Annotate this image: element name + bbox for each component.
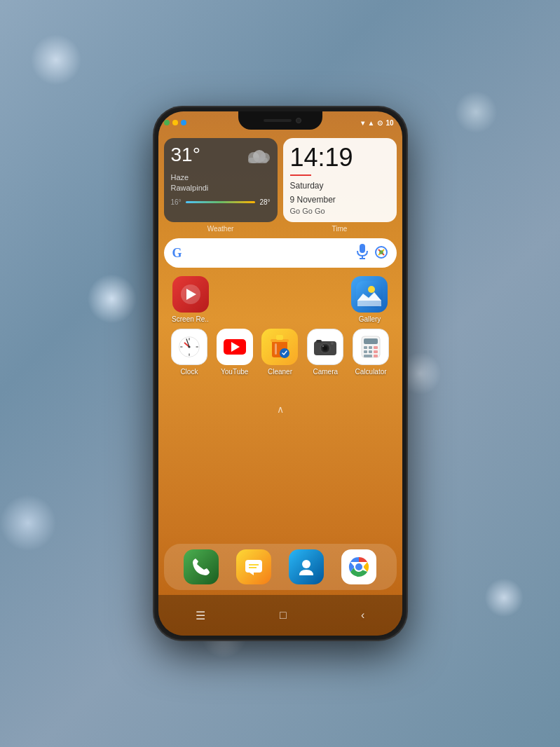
time-widget[interactable]: 14:19 Saturday 9 November Go Go Go — [283, 138, 397, 222]
app-drawer-handle[interactable]: ∧ — [164, 404, 397, 415]
google-search-bar[interactable]: G — [164, 238, 397, 268]
weather-label: Weather — [164, 225, 278, 233]
svg-point-47 — [302, 560, 310, 568]
microphone-icon[interactable] — [356, 244, 369, 262]
camera-label: Camera — [313, 368, 338, 376]
weather-temp: 31° — [171, 145, 200, 165]
app-screen-recorder[interactable]: Screen Re.. — [170, 276, 212, 323]
status-dot-yellow — [172, 120, 178, 125]
weather-location: Haze Rawalpindi — [171, 172, 271, 194]
svg-rect-27 — [316, 340, 322, 343]
svg-rect-35 — [364, 346, 367, 349]
data-icon: ⊙ — [377, 119, 383, 127]
svg-point-32 — [331, 342, 334, 345]
messages-icon — [236, 549, 271, 584]
svg-rect-34 — [364, 338, 378, 344]
svg-rect-41 — [364, 355, 372, 357]
svg-rect-24 — [275, 343, 277, 355]
time-accent — [290, 174, 311, 176]
app-calculator[interactable]: Calculator — [350, 329, 392, 376]
nav-menu-button[interactable]: ☰ — [190, 603, 211, 628]
svg-rect-39 — [369, 350, 372, 353]
navigation-bar: ☰ □ ‹ — [158, 595, 402, 636]
svg-rect-4 — [360, 244, 365, 253]
temp-high: 28° — [259, 198, 270, 206]
app-camera[interactable]: Camera — [304, 329, 346, 376]
svg-point-19 — [188, 345, 190, 348]
app-gallery[interactable]: Gallery — [348, 276, 390, 323]
rec-dot — [186, 289, 196, 300]
weather-range: 16° 28° — [171, 198, 271, 206]
notch — [238, 111, 322, 130]
weather-widget-container: 31° — [164, 138, 278, 233]
weather-top: 31° — [171, 145, 271, 170]
dock — [164, 544, 397, 590]
nav-back-button[interactable]: ‹ — [355, 603, 370, 627]
calculator-icon — [353, 329, 389, 365]
phone-body: ▾ ▲ ⊙ 10 31° — [154, 107, 407, 640]
time-widget-container: 14:19 Saturday 9 November Go Go Go Time — [283, 138, 397, 233]
phone-icon — [184, 549, 219, 584]
weather-cloud-icon — [245, 146, 271, 170]
gallery-icon — [351, 276, 388, 313]
time-event: Go Go Go — [290, 207, 390, 215]
dock-contacts[interactable] — [289, 549, 324, 584]
cleaner-icon — [261, 329, 298, 365]
time-label: Time — [283, 225, 397, 233]
svg-rect-3 — [248, 158, 268, 163]
svg-marker-44 — [250, 573, 254, 575]
cleaner-label: Cleaner — [268, 368, 292, 376]
camera-icon — [307, 329, 343, 365]
svg-point-8 — [379, 250, 383, 254]
app-row-2: Clock YouTube — [164, 329, 397, 376]
speaker — [264, 119, 292, 122]
temp-low: 16° — [171, 198, 182, 206]
svg-rect-40 — [374, 350, 378, 353]
dock-messages[interactable] — [236, 549, 271, 584]
svg-rect-36 — [369, 346, 372, 349]
app-row-1: Screen Re.. — [164, 276, 397, 323]
status-dot-blue — [181, 120, 186, 125]
lens-icon[interactable] — [374, 245, 388, 261]
time-date: 9 November — [290, 193, 390, 206]
battery-indicator: 10 — [385, 119, 393, 127]
status-left — [164, 120, 186, 125]
nav-home-button[interactable]: □ — [274, 603, 292, 627]
phone-screen: ▾ ▲ ⊙ 10 31° — [158, 111, 402, 636]
app-cleaner[interactable]: Cleaner — [259, 329, 301, 376]
widgets-row: 31° — [164, 138, 397, 233]
svg-rect-23 — [276, 335, 283, 340]
svg-point-30 — [323, 346, 327, 350]
temp-bar — [186, 201, 256, 203]
weather-widget[interactable]: 31° — [164, 138, 278, 222]
clock-label: Clock — [180, 368, 198, 376]
svg-point-10 — [368, 286, 375, 293]
screen-recorder-label: Screen Re.. — [172, 315, 209, 323]
signal-icon: ▲ — [367, 119, 374, 127]
phone-device: ▾ ▲ ⊙ 10 31° — [154, 107, 407, 640]
svg-point-49 — [355, 563, 362, 570]
yt-triangle — [231, 342, 240, 352]
svg-rect-43 — [245, 560, 262, 573]
time-display: 14:19 — [290, 145, 390, 170]
app-youtube[interactable]: YouTube — [214, 329, 256, 376]
svg-rect-38 — [364, 350, 367, 353]
front-camera — [296, 118, 301, 123]
status-right: ▾ ▲ ⊙ 10 — [361, 119, 393, 127]
calculator-label: Calculator — [355, 368, 387, 376]
screen-recorder-icon — [172, 276, 209, 313]
youtube-icon — [217, 329, 253, 365]
svg-rect-42 — [374, 355, 378, 357]
status-dot-green — [164, 120, 170, 125]
wifi-icon: ▾ — [361, 119, 364, 127]
svg-rect-37 — [374, 346, 378, 349]
contacts-icon — [289, 549, 324, 584]
dock-phone[interactable] — [184, 549, 219, 584]
gallery-label: Gallery — [359, 315, 381, 323]
main-content: 31° — [158, 132, 402, 594]
time-day: Saturday — [290, 179, 390, 192]
app-clock[interactable]: Clock — [168, 329, 210, 376]
google-logo: G — [172, 246, 182, 261]
svg-point-31 — [322, 345, 324, 347]
dock-chrome[interactable] — [341, 549, 376, 584]
